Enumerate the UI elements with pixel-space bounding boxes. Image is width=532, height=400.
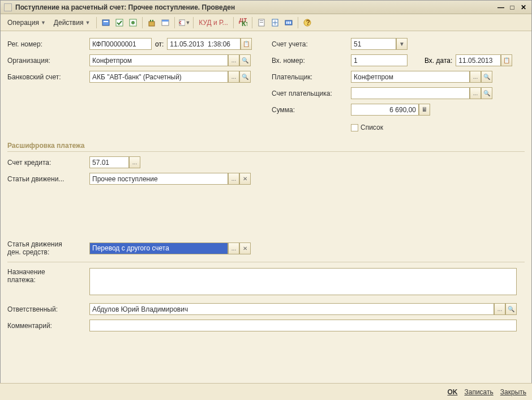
payer-label: Плательщик:	[272, 73, 351, 81]
close-button[interactable]: ✕	[519, 3, 528, 11]
movement-article-label: Статьи движени...	[7, 175, 89, 183]
reg-number-input[interactable]	[89, 38, 152, 50]
svg-rect-0	[102, 20, 109, 25]
help-icon[interactable]: ?	[301, 16, 314, 29]
account-input[interactable]	[351, 38, 396, 50]
calculator-icon[interactable]: 🖩	[419, 104, 430, 116]
responsible-label: Ответственный:	[7, 305, 89, 313]
purpose-label: Назначение платежа:	[7, 268, 89, 284]
comment-input[interactable]	[89, 320, 517, 331]
breakdown-section-title: Расшифровка платежа	[7, 142, 525, 152]
svg-point-4	[131, 21, 135, 24]
toolbar: Операция▼ Действия▼ ▼ КУД и Р... ДтКт ?	[1, 14, 531, 31]
reg-number-label: Рег. номер:	[7, 40, 89, 48]
actions-label: Действия	[54, 19, 84, 27]
select-button[interactable]: ...	[129, 156, 140, 168]
tb-icon-2[interactable]	[113, 16, 126, 29]
inc-number-label: Вх. номер:	[272, 57, 351, 65]
search-icon[interactable]: 🔍	[481, 71, 492, 83]
purpose-textarea[interactable]	[89, 268, 517, 295]
amount-input[interactable]	[351, 104, 419, 116]
search-icon[interactable]: 🔍	[239, 71, 251, 83]
calendar-icon[interactable]: 📋	[501, 54, 512, 66]
calendar-icon[interactable]: 📋	[241, 38, 252, 50]
window-title: Поступление на расчетный счет: Прочее по…	[15, 3, 496, 11]
operation-menu[interactable]: Операция▼	[4, 17, 49, 28]
dropdown-icon: ▼	[185, 20, 190, 25]
maximize-button[interactable]: □	[508, 3, 517, 11]
separator	[96, 17, 97, 28]
date-input[interactable]	[167, 38, 241, 50]
cashflow-article-input[interactable]	[89, 242, 228, 254]
tb-icon-8[interactable]	[269, 16, 281, 29]
ok-button[interactable]: OK	[448, 388, 458, 396]
actions-menu[interactable]: Действия▼	[50, 17, 94, 28]
kudr-button[interactable]: КУД и Р...	[196, 19, 230, 27]
separator	[252, 17, 252, 28]
account-label: Счет учета:	[272, 40, 351, 48]
cashflow-label-2: ден. средств:	[7, 248, 89, 256]
credit-account-input[interactable]	[89, 156, 129, 168]
svg-rect-13	[260, 22, 263, 23]
inc-date-label: Вх. дата:	[424, 57, 452, 65]
from-label: от:	[155, 40, 164, 48]
svg-rect-7	[162, 20, 169, 22]
svg-rect-16	[286, 22, 288, 24]
tb-icon-4[interactable]	[145, 16, 158, 29]
bank-account-input[interactable]	[89, 71, 228, 83]
tb-icon-7[interactable]	[255, 16, 268, 29]
organization-input[interactable]	[89, 54, 228, 66]
cashflow-label-1: Статья движения	[7, 240, 89, 248]
separator	[193, 17, 194, 28]
svg-text:?: ?	[306, 19, 310, 27]
save-button[interactable]: Записать	[465, 388, 494, 396]
search-icon[interactable]: 🔍	[481, 87, 492, 99]
checkbox-icon	[351, 124, 358, 131]
purpose-label-2: платежа:	[7, 276, 89, 284]
svg-rect-5	[149, 22, 155, 26]
tb-icon-9[interactable]	[282, 16, 295, 29]
titlebar: Поступление на расчетный счет: Прочее по…	[1, 1, 531, 14]
payer-account-label: Счет плательщика:	[272, 90, 351, 97]
payer-account-input[interactable]	[351, 87, 470, 99]
search-icon[interactable]: 🔍	[505, 303, 517, 315]
close-window-button[interactable]: Закрыть	[500, 388, 526, 396]
tb-icon-3[interactable]	[127, 16, 139, 29]
tb-icon-5[interactable]	[159, 16, 171, 29]
select-button[interactable]: ...	[228, 54, 239, 66]
list-label: Список	[361, 124, 383, 131]
tb-icon-6[interactable]: ▼	[178, 16, 190, 29]
list-checkbox[interactable]: Список	[351, 124, 383, 131]
select-button[interactable]: ...	[470, 87, 481, 99]
dropdown-icon: ▼	[41, 20, 46, 25]
clear-button[interactable]: ✕	[239, 173, 251, 185]
operation-label: Операция	[7, 19, 39, 27]
cashflow-article-label: Статья движения ден. средств:	[7, 240, 89, 256]
movement-article-input[interactable]	[89, 173, 228, 185]
separator	[142, 17, 143, 28]
separator	[174, 17, 175, 28]
purpose-label-1: Назначение	[7, 268, 89, 276]
comment-label: Комментарий:	[7, 322, 89, 330]
tb-icon-1[interactable]	[100, 16, 112, 29]
select-button[interactable]: ...	[228, 242, 239, 254]
separator	[298, 17, 298, 28]
search-icon[interactable]: 🔍	[239, 54, 251, 66]
dropdown-button[interactable]: ▼	[396, 38, 407, 50]
tb-icon-dt-kt[interactable]: ДтКт	[237, 16, 249, 29]
separator	[233, 17, 234, 28]
responsible-input[interactable]	[89, 303, 494, 315]
svg-rect-1	[104, 21, 108, 22]
select-button[interactable]: ...	[228, 173, 239, 185]
select-button[interactable]: ...	[494, 303, 505, 315]
select-button[interactable]: ...	[228, 71, 239, 83]
inc-date-input[interactable]	[456, 54, 501, 66]
svg-rect-17	[288, 22, 289, 24]
inc-number-input[interactable]	[351, 54, 407, 66]
clear-button[interactable]: ✕	[239, 242, 251, 254]
select-button[interactable]: ...	[470, 71, 481, 83]
minimize-button[interactable]: —	[496, 3, 505, 11]
payer-input[interactable]	[351, 71, 470, 83]
svg-rect-12	[260, 20, 263, 21]
svg-rect-18	[290, 22, 291, 24]
